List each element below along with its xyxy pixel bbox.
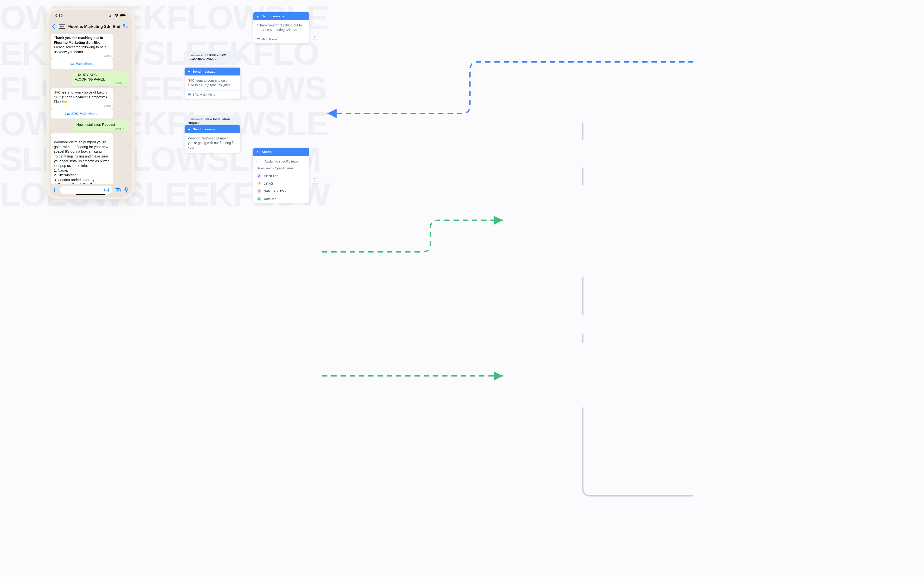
outgoing-message: LUXURY SPC FLOORING PANEL 09:45✓✓ [72,71,129,86]
flow-node-send-message-2[interactable]: Send message 🎉Cheers to your choice of L… [184,67,241,99]
status-bar: 9:30 [48,10,132,21]
call-icon[interactable] [123,24,129,29]
wifi-icon [115,14,119,17]
mic-icon[interactable] [123,187,129,193]
message-time: 09:45✓✓ [115,82,127,85]
flow-node-send-message-1[interactable]: Send message *Thank you for reaching out… [253,12,309,44]
node-title: Send message [262,15,284,18]
list-icon [71,63,74,65]
list-icon [257,38,260,40]
cellular-icon [110,14,113,17]
quick-reply-button[interactable]: SPC Main Menu [51,109,113,119]
user-name: JY NG [264,182,273,185]
svg-rect-9 [125,187,127,191]
condition-prefix: If answered [188,117,205,121]
svg-rect-7 [115,189,120,192]
node-footer[interactable]: Main Menu [254,35,309,43]
node-footer[interactable]: SPC Main Menu [184,90,241,98]
message-text: Woohoo! We're so pumped you're going wit… [54,140,110,184]
incoming-message: 🎉Cheers to your choice of Luxury SPC (St… [51,88,113,109]
node-title: Action [262,150,272,154]
incoming-message: Woohoo! We're so pumped you're going wit… [51,134,113,184]
svg-point-8 [117,189,119,191]
user-row[interactable]: AAlbert Loo [254,172,309,180]
outgoing-message: New Installation Request 09:45✓✓ [74,121,129,132]
message-input[interactable] [60,185,112,194]
user-row[interactable]: RRuth Tee [254,195,309,203]
flow-condition-1[interactable]: If answered LUXURY SPC FLOORING PANEL [184,51,241,63]
node-body: Woohoo! We're so pumped you're going wit… [184,133,241,153]
user-row[interactable]: JJY NG [254,180,309,187]
chat-body: Thank you for reaching out to FloorInc M… [48,32,132,184]
message-text: New Installation Request [76,122,115,126]
action-subtitle: Sales team - Specific user [254,166,309,172]
node-header: Action [254,148,309,156]
home-indicator [76,194,105,195]
list-icon [188,93,191,95]
bolt-icon [187,128,191,131]
user-avatar: A [257,173,262,178]
action-chip: Assign to specific team [256,158,306,165]
back-icon[interactable] [52,23,56,30]
button-label: SPC Main Menu [71,111,98,116]
message-text: 🎉Cheers to your choice of Luxury SPC (St… [54,90,108,104]
contact-name[interactable]: FloorInc Marketing Sdn Bhd [67,24,120,29]
node-body: *Thank you for reaching out to FloorInc … [254,20,309,35]
node-header: Send message [184,125,241,133]
bolt-icon [256,15,260,18]
flow-node-action[interactable]: Action Assign to specific team Sales tea… [253,148,309,203]
user-avatar: S [257,189,262,193]
svg-rect-6 [105,188,109,192]
sticker-icon[interactable] [103,187,110,193]
chat-header: floor. FloorInc Marketing Sdn Bhd [48,21,132,32]
node-output-port[interactable]: + [312,178,317,184]
user-name: SANEDI KHOO [264,189,286,193]
user-name: Ruth Tee [264,197,276,201]
list-icon [67,113,69,115]
message-text-bold: Thank you for reaching out to FloorInc M… [54,36,103,45]
incoming-message: Thank you for reaching out to FloorInc M… [51,34,113,59]
flow-node-send-message-3[interactable]: Send message Woohoo! We're so pumped you… [184,125,241,153]
node-body: 🎉Cheers to your choice of Luxury SPC (St… [184,76,241,90]
phone-screen: 9:30 floor. FloorInc Marketing Sdn Bhd [48,10,132,197]
user-row[interactable]: SSANEDI KHOO [254,187,309,195]
battery-icon [120,14,126,17]
attach-icon[interactable]: + [51,186,58,194]
message-time: 09:43 [104,54,111,58]
contact-avatar[interactable]: floor. [59,24,65,29]
phone-mockup: 9:30 floor. FloorInc Marketing Sdn Bhd [46,7,135,200]
read-ticks-icon: ✓✓ [122,82,127,85]
user-avatar: J [257,181,262,186]
node-footer-label: Main Menu [261,37,277,41]
quick-reply-button[interactable]: Main Menu [51,59,113,69]
node-output-port[interactable]: + [312,34,317,39]
node-footer-label: SPC Main Menu [192,93,215,97]
status-time: 9:30 [55,13,63,18]
bolt-icon [187,70,191,73]
button-label: Main Menu [76,61,94,66]
node-header: Send message [184,68,241,76]
user-avatar: R [257,197,262,201]
node-title: Send message [193,70,216,73]
svg-rect-5 [126,15,126,16]
user-name: Albert Loo [264,174,278,178]
read-ticks-icon: ✓✓ [122,127,127,130]
message-text: LUXURY SPC FLOORING PANEL [74,73,105,82]
node-header: Send message [254,12,309,20]
svg-rect-4 [120,15,125,16]
condition-prefix: If answered [188,53,205,57]
message-text: Please select the following to help us k… [54,45,107,54]
bolt-icon [256,150,260,154]
message-time: 09:48 [104,104,111,108]
message-time: 09:45✓✓ [115,127,127,131]
node-title: Send message [193,127,216,131]
camera-icon[interactable] [115,187,121,193]
